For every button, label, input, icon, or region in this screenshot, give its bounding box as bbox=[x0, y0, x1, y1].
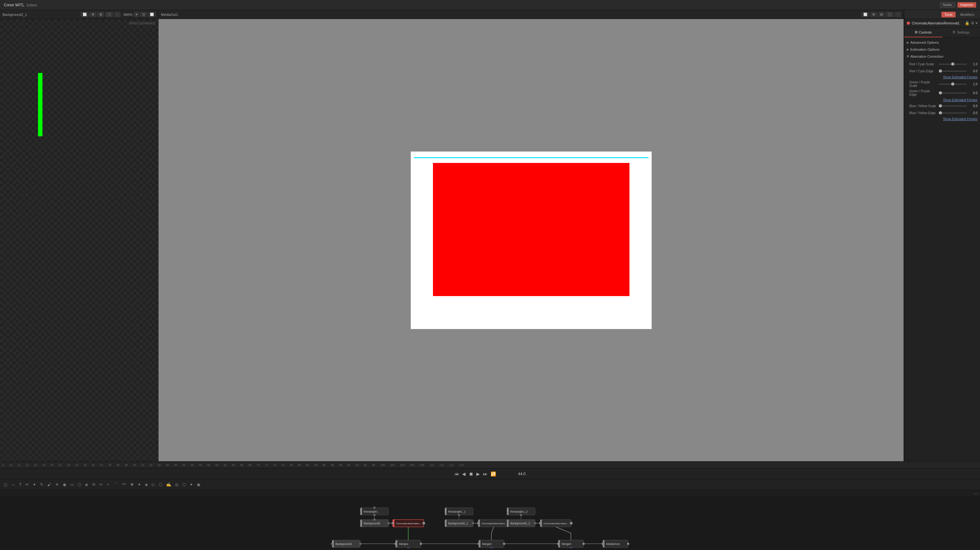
tool-diamond[interactable]: ◈ bbox=[143, 481, 149, 488]
node-settings-icon[interactable]: ⚙ bbox=[971, 21, 974, 26]
loop-btn[interactable]: 🔁 bbox=[491, 471, 496, 477]
tool-hex2[interactable]: ⬡ bbox=[181, 481, 187, 488]
show-fringes-1-btn[interactable]: Show Estimated Fringes bbox=[943, 75, 977, 79]
svg-rect-39 bbox=[445, 520, 447, 527]
svg-text:MediaOut1: MediaOut1 bbox=[606, 542, 620, 545]
viewer-center-btn3[interactable]: ⊞ bbox=[878, 12, 885, 17]
tool-curve[interactable]: ⌒ bbox=[113, 481, 119, 488]
app-title: Conor WITL bbox=[4, 3, 24, 7]
tool-sparkle[interactable]: ✦ bbox=[188, 481, 194, 488]
tool-poly[interactable]: ⬡ bbox=[76, 481, 83, 488]
estimation-options-header[interactable]: ▶ Estimation Options bbox=[904, 46, 980, 53]
blue-yellow-scale-label: Blue / Yellow Scale bbox=[909, 104, 937, 108]
tool-select[interactable]: ◻ bbox=[3, 481, 8, 488]
viewer-left-more[interactable]: ··· bbox=[114, 12, 121, 17]
tool-move[interactable]: ↔ bbox=[10, 481, 16, 488]
tool-transform[interactable]: ✦ bbox=[136, 481, 142, 488]
viewer-center-btn4[interactable]: ⬛ bbox=[886, 12, 894, 17]
viewer-left-extra-btn[interactable]: ⬜ bbox=[148, 12, 156, 17]
tool-paint[interactable]: 🖌 bbox=[46, 481, 52, 488]
inspector-tab-tools[interactable]: Tools bbox=[941, 12, 956, 18]
ruler-mark: 116 bbox=[457, 464, 466, 467]
nodes-tab-btn[interactable]: Nodes bbox=[940, 2, 955, 8]
ruler-mark: 60 bbox=[213, 464, 221, 467]
blue-yellow-edge-slider[interactable] bbox=[939, 113, 967, 113]
viewer-left-zoom-btn[interactable]: ▾ bbox=[134, 12, 139, 17]
inspector-node-icons: 🔒 ⚙ ▾ bbox=[965, 21, 977, 26]
tool-light[interactable]: ☀ bbox=[54, 481, 60, 488]
svg-point-22 bbox=[373, 507, 375, 509]
tool-edit[interactable]: ✎ bbox=[39, 481, 45, 488]
viewer-left-btn2[interactable]: ⚙ bbox=[90, 12, 96, 17]
show-fringes-2-btn[interactable]: Show Estimated Fringes bbox=[943, 98, 977, 102]
viewer-left-btn1[interactable]: ⬜ bbox=[81, 12, 88, 17]
red-cyan-scale-slider[interactable] bbox=[939, 64, 967, 65]
aberration-correction-chevron: ▶ bbox=[907, 56, 910, 58]
inspector-subtab-controls[interactable]: ⊞ Controls bbox=[904, 27, 942, 37]
svg-text:ChromaticAberration...: ChromaticAberration... bbox=[482, 522, 507, 525]
play-btn[interactable]: ▶ bbox=[476, 471, 480, 477]
svg-point-84 bbox=[627, 543, 629, 545]
tool-node-edit[interactable]: ❋ bbox=[129, 481, 135, 488]
svg-point-58 bbox=[539, 522, 541, 524]
tool-hand[interactable]: ✍ bbox=[165, 481, 172, 488]
stop-btn[interactable]: ⏹ bbox=[469, 471, 473, 477]
blue-yellow-scale-slider[interactable] bbox=[939, 105, 967, 107]
tool-pen[interactable]: ✏ bbox=[24, 481, 30, 488]
viewer-center-btn1[interactable]: ⬜ bbox=[861, 12, 869, 17]
cyan-line bbox=[414, 157, 649, 158]
blue-yellow-scale-slider-wrap bbox=[939, 104, 967, 108]
show-fringes-3-row: Show Estimated Fringes bbox=[904, 116, 980, 121]
ruler-mark: 10 bbox=[6, 464, 15, 467]
ruler-mark: 84 bbox=[312, 464, 320, 467]
tool-text[interactable]: T bbox=[18, 481, 23, 488]
tool-spot[interactable]: ◎ bbox=[174, 481, 180, 488]
node-more-icon[interactable]: ▾ bbox=[975, 21, 977, 26]
tool-warp[interactable]: ◈ bbox=[84, 481, 89, 488]
viewer-left-fit-btn[interactable]: ⊡ bbox=[140, 12, 147, 17]
go-start-btn[interactable]: ⏮ bbox=[455, 471, 459, 477]
ruler-mark: 14 bbox=[23, 464, 31, 467]
tool-star[interactable]: ✦ bbox=[31, 481, 37, 488]
node-lock-icon[interactable]: 🔒 bbox=[965, 21, 970, 26]
svg-text:Background2_1: Background2_1 bbox=[448, 522, 468, 525]
viewer-left-btn4[interactable]: ⬛ bbox=[105, 12, 113, 17]
prev-frame-btn[interactable]: ◀ bbox=[462, 471, 466, 477]
tool-circle[interactable]: ◉ bbox=[62, 481, 67, 488]
tool-crop[interactable]: ✂ bbox=[98, 481, 104, 488]
svg-point-45 bbox=[477, 522, 479, 524]
aberration-correction-label: Aberration Correction bbox=[910, 54, 943, 58]
viewer-left-btn3[interactable]: ⊞ bbox=[98, 12, 104, 17]
ruler-mark: 62 bbox=[221, 464, 229, 467]
aberration-correction-header[interactable]: ▶ Aberration Correction bbox=[904, 53, 980, 60]
inspector-tab-modifiers[interactable]: Modifiers bbox=[957, 12, 977, 18]
advanced-options-header[interactable]: ▶ Advanced Options bbox=[904, 39, 980, 46]
settings-icon: ⚙ bbox=[953, 30, 956, 34]
tool-ellipse[interactable]: ⚬ bbox=[105, 481, 111, 488]
ruler-mark: 22 bbox=[56, 464, 64, 467]
inspector-subtab-settings[interactable]: ⚙ Settings bbox=[942, 27, 980, 37]
green-bar-element bbox=[38, 73, 43, 136]
red-cyan-scale-slider-wrap bbox=[939, 62, 967, 67]
tool-rect[interactable]: ▭ bbox=[69, 481, 75, 488]
green-purple-scale-slider[interactable] bbox=[939, 84, 967, 84]
more-options-btn[interactable]: ··· bbox=[974, 491, 977, 496]
go-end-btn[interactable]: ⏭ bbox=[483, 471, 487, 477]
green-purple-scale-slider-wrap bbox=[939, 81, 967, 86]
show-fringes-3-btn[interactable]: Show Estimated Fringes bbox=[943, 117, 977, 121]
red-cyan-edge-slider[interactable] bbox=[939, 71, 967, 72]
green-purple-edge-slider[interactable] bbox=[939, 92, 967, 94]
tool-hex[interactable]: ⬡ bbox=[158, 481, 164, 488]
viewer-center: MediaOut1 ⬜ ⚙ ⊞ ⬛ ··· bbox=[159, 10, 904, 461]
ruler-mark: 72 bbox=[262, 464, 270, 467]
tool-dot[interactable]: ◉ bbox=[196, 481, 202, 488]
tool-undo[interactable]: ⟲ bbox=[91, 481, 97, 488]
viewer-center-more[interactable]: ··· bbox=[895, 12, 901, 17]
tool-play2[interactable]: ▷ bbox=[151, 481, 156, 488]
ruler-mark: 54 bbox=[188, 464, 196, 467]
green-purple-scale-row: Green / Purple Scale 1.0 bbox=[904, 80, 980, 88]
viewer-center-btn2[interactable]: ⚙ bbox=[870, 12, 877, 17]
inspector-tab-btn[interactable]: Inspector bbox=[958, 2, 976, 8]
tool-path[interactable]: ⌤ bbox=[121, 481, 128, 488]
ruler-mark: 100 bbox=[378, 464, 388, 467]
